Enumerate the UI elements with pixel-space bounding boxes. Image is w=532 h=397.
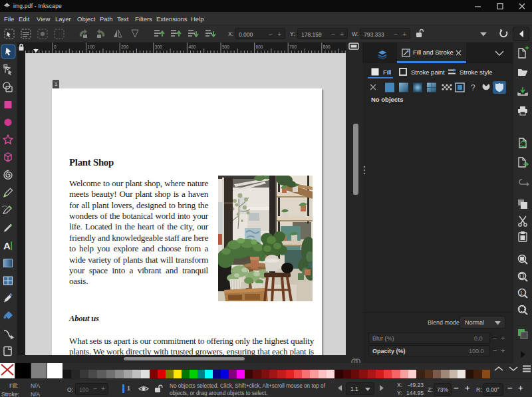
svg-text:?: ?	[471, 83, 475, 92]
svg-text:800: 800	[323, 45, 331, 49]
svg-text:1: 1	[520, 291, 523, 295]
svg-text:100: 100	[88, 45, 95, 49]
svg-text:400: 400	[188, 45, 196, 49]
svg-text:200: 200	[121, 45, 128, 49]
svg-text:700: 700	[289, 45, 297, 49]
svg-text:0: 0	[54, 45, 57, 49]
svg-text:300: 300	[155, 45, 162, 49]
svg-text:A: A	[3, 240, 11, 251]
svg-text:500: 500	[222, 45, 229, 49]
svg-text:600: 600	[256, 45, 263, 49]
